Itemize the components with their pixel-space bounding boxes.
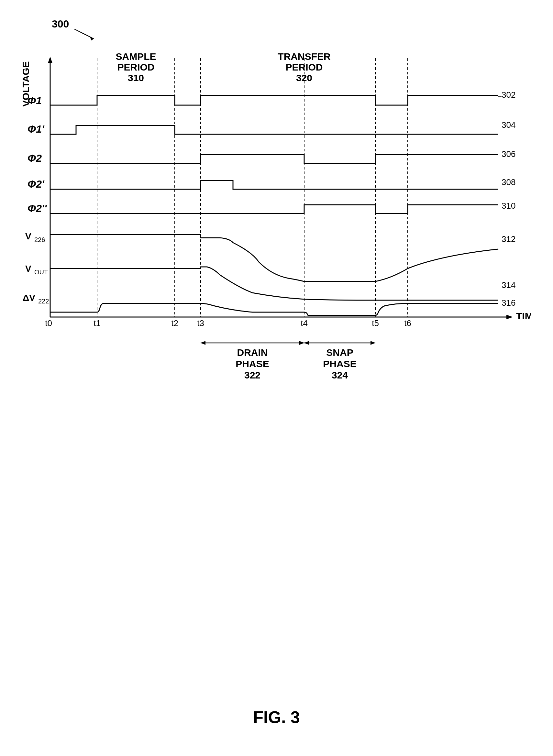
svg-marker-50 (299, 341, 304, 345)
svg-marker-56 (371, 341, 375, 345)
svg-text:310: 310 (128, 73, 144, 83)
svg-text:SNAP: SNAP (326, 347, 353, 358)
svg-text:t3: t3 (197, 318, 204, 328)
svg-text:TRANSFER: TRANSFER (278, 51, 331, 62)
svg-text:PHASE: PHASE (236, 358, 269, 369)
svg-marker-2 (90, 36, 94, 40)
svg-marker-55 (304, 341, 309, 345)
figure-label: FIG. 3 (253, 707, 300, 727)
svg-text:306: 306 (501, 149, 516, 159)
ref-300-arrow: 300 (52, 18, 110, 44)
svg-text:t5: t5 (372, 318, 379, 328)
svg-text:V: V (25, 231, 31, 241)
svg-marker-7 (506, 315, 513, 319)
svg-marker-5 (48, 57, 53, 63)
svg-text:t6: t6 (404, 318, 411, 328)
svg-text:SAMPLE: SAMPLE (115, 51, 156, 62)
svg-text:PHASE: PHASE (323, 358, 356, 369)
svg-text:Φ1: Φ1 (27, 95, 42, 106)
svg-text:ΔV: ΔV (23, 293, 35, 303)
svg-text:t2: t2 (171, 318, 178, 328)
svg-text:Φ2'': Φ2'' (27, 202, 47, 214)
svg-text:300: 300 (52, 18, 69, 30)
svg-text:TIME: TIME (516, 311, 531, 321)
svg-text:V: V (25, 264, 31, 274)
page: 300 VOLTAGE TIME SAMPLE PERIOD 310 (0, 0, 553, 756)
svg-text:Φ2': Φ2' (27, 178, 45, 190)
svg-text:Φ2: Φ2 (27, 152, 42, 164)
svg-text:t4: t4 (301, 318, 308, 328)
svg-text:Φ1': Φ1' (27, 123, 45, 135)
svg-text:316: 316 (501, 298, 516, 308)
svg-marker-49 (201, 341, 206, 345)
svg-text:222: 222 (38, 298, 49, 305)
svg-text:PERIOD: PERIOD (117, 62, 154, 73)
svg-text:322: 322 (244, 370, 260, 381)
svg-text:324: 324 (332, 370, 348, 381)
timing-diagram: VOLTAGE TIME SAMPLE PERIOD 310 TRANSFER … (19, 42, 531, 521)
svg-text:314: 314 (501, 280, 516, 290)
svg-text:PERIOD: PERIOD (286, 62, 323, 73)
svg-text:312: 312 (501, 234, 516, 244)
svg-text:308: 308 (501, 177, 516, 187)
svg-text:t1: t1 (93, 318, 101, 328)
svg-text:310: 310 (501, 201, 516, 211)
svg-text:304: 304 (501, 120, 516, 130)
svg-text:320: 320 (296, 73, 312, 83)
svg-text:OUT: OUT (34, 268, 48, 276)
svg-text:DRAIN: DRAIN (237, 347, 268, 358)
svg-text:226: 226 (34, 236, 45, 243)
svg-text:302: 302 (501, 90, 516, 100)
svg-text:t0: t0 (45, 318, 52, 328)
